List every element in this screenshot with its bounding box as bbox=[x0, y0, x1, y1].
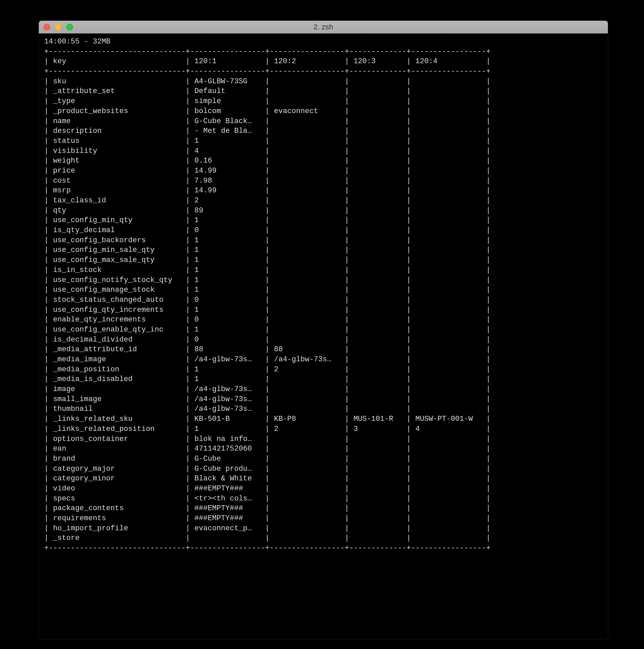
zoom-icon[interactable] bbox=[66, 24, 73, 31]
traffic-lights bbox=[43, 24, 73, 31]
titlebar[interactable]: 2. zsh bbox=[39, 21, 608, 34]
window-title: 2. zsh bbox=[39, 23, 608, 32]
terminal-output[interactable]: 14:00:55 - 32MB +-----------------------… bbox=[39, 34, 608, 639]
minimize-icon[interactable] bbox=[55, 24, 62, 31]
terminal-window: 2. zsh 14:00:55 - 32MB +----------------… bbox=[39, 21, 608, 639]
desktop: 2. zsh 14:00:55 - 32MB +----------------… bbox=[0, 0, 644, 649]
close-icon[interactable] bbox=[43, 24, 50, 31]
